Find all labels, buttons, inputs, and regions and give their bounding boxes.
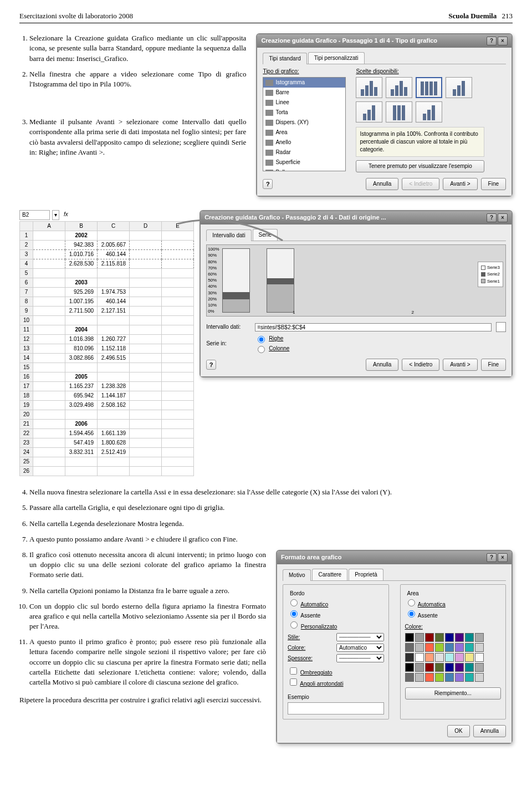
row-header[interactable]: 10 — [20, 316, 33, 325]
range-picker-icon[interactable] — [496, 322, 506, 332]
type-radar[interactable]: Radar — [263, 147, 345, 157]
tab-tipi-standard[interactable]: Tipi standard — [263, 53, 306, 64]
row-header[interactable]: 6 — [20, 278, 33, 288]
row-header[interactable]: 26 — [20, 467, 33, 476]
tab-proprieta[interactable]: Proprietà — [349, 569, 383, 580]
subtype-2[interactable] — [386, 77, 412, 98]
riempimento-button[interactable]: Riempimento... — [405, 687, 502, 700]
dropdown-icon[interactable]: ▾ — [52, 210, 59, 220]
cancel-button[interactable]: Annulla — [473, 725, 506, 737]
help-icon[interactable]: ? — [487, 37, 497, 45]
tab-intervallo-dati[interactable]: Intervallo dati — [206, 229, 251, 241]
subtype-1[interactable] — [356, 77, 382, 98]
type-bolle[interactable]: Bolle — [263, 167, 345, 171]
subtype-3-selected[interactable] — [416, 77, 442, 98]
row-header[interactable]: 19 — [20, 401, 33, 410]
close-icon[interactable]: × — [498, 213, 508, 222]
preview-button[interactable]: Tenere premuto per visualizzare l'esempi… — [356, 160, 484, 172]
tab-carattere[interactable]: Carattere — [312, 569, 347, 580]
help-button[interactable]: ? — [263, 179, 273, 189]
row-header[interactable]: 17 — [20, 382, 33, 391]
fx-icon[interactable]: fx — [62, 210, 70, 220]
spessore-select[interactable]: ──────── — [336, 654, 384, 662]
col-A[interactable]: A — [33, 222, 65, 231]
close-icon[interactable]: × — [498, 37, 508, 45]
row-header[interactable]: 15 — [20, 363, 33, 372]
col-D[interactable]: D — [130, 222, 162, 231]
row-header[interactable]: 3 — [20, 250, 33, 259]
row-header[interactable]: 2 — [20, 241, 33, 250]
scatter-icon — [265, 120, 273, 126]
radio-bordo-assente[interactable]: Assente — [288, 609, 384, 620]
row-header[interactable]: 20 — [20, 410, 33, 420]
tab-tipi-personalizzati[interactable]: Tipi personalizzati — [308, 52, 365, 64]
type-area[interactable]: Area — [263, 127, 345, 137]
type-istogramma[interactable]: Istogramma — [263, 78, 345, 88]
spreadsheet-grid[interactable]: A B C D E 120022942.3832.005.66731.010.7… — [19, 221, 194, 476]
next-button[interactable]: Avanti > — [443, 359, 477, 371]
subtype-6[interactable] — [386, 101, 412, 123]
color-palette[interactable] — [405, 633, 502, 682]
row-header[interactable]: 11 — [20, 325, 33, 335]
stile-select[interactable]: ──────── — [336, 633, 384, 641]
label-stile: Stile: — [288, 634, 332, 641]
radio-righe[interactable]: Righe — [255, 334, 299, 343]
help-icon[interactable]: ? — [487, 213, 497, 222]
row-header[interactable]: 7 — [20, 288, 33, 297]
cancel-button[interactable]: Annulla — [366, 178, 398, 190]
cancel-button[interactable]: Annulla — [366, 359, 398, 371]
row-header[interactable]: 25 — [20, 457, 33, 467]
chart-type-listbox[interactable]: Istogramma Barre Linee Torta Dispers. (X… — [263, 77, 346, 171]
col-B[interactable]: B — [65, 222, 98, 231]
type-barre[interactable]: Barre — [263, 88, 345, 98]
row-header[interactable]: 1 — [20, 231, 33, 241]
type-linee[interactable]: Linee — [263, 98, 345, 108]
finish-button[interactable]: Fine — [481, 359, 506, 371]
corner-cell[interactable] — [20, 222, 33, 231]
check-ombreggiato[interactable]: Ombreggiato — [288, 666, 384, 677]
type-anello[interactable]: Anello — [263, 137, 345, 147]
back-button[interactable]: < Indietro — [402, 359, 439, 371]
name-box[interactable]: B2 — [19, 210, 50, 220]
row-header[interactable]: 8 — [20, 297, 33, 307]
tab-motivo[interactable]: Motivo — [283, 569, 311, 581]
colore-select[interactable]: Automatico — [336, 644, 384, 652]
row-header[interactable]: 4 — [20, 259, 33, 269]
row-header[interactable]: 18 — [20, 391, 33, 401]
row-header[interactable]: 14 — [20, 354, 33, 363]
dialog1-title: Creazione guidata Grafico - Passaggio 1 … — [261, 37, 437, 45]
back-button: < Indietro — [402, 178, 439, 190]
type-torta[interactable]: Torta — [263, 108, 345, 118]
row-header[interactable]: 12 — [20, 335, 33, 344]
col-C[interactable]: C — [98, 222, 130, 231]
radio-bordo-auto[interactable]: Automatico — [288, 598, 384, 609]
row-header[interactable]: 9 — [20, 307, 33, 316]
type-dispers[interactable]: Dispers. (XY) — [263, 118, 345, 127]
help-button[interactable]: ? — [206, 360, 216, 370]
dialog3-titlebar[interactable]: Formato area grafico ? × — [277, 551, 511, 564]
check-angoli[interactable]: Angoli arrotondati — [288, 677, 384, 688]
ok-button[interactable]: OK — [447, 725, 469, 737]
row-header[interactable]: 23 — [20, 438, 33, 448]
radio-area-assente[interactable]: Assente — [405, 609, 502, 620]
radio-area-auto[interactable]: Automatica — [405, 598, 502, 609]
finish-button[interactable]: Fine — [481, 178, 506, 190]
row-header[interactable]: 13 — [20, 344, 33, 354]
row-header[interactable]: 21 — [20, 420, 33, 429]
subtype-5[interactable] — [356, 101, 382, 123]
row-header[interactable]: 24 — [20, 448, 33, 457]
dialog1-titlebar[interactable]: Creazione guidata Grafico - Passaggio 1 … — [257, 34, 511, 48]
row-header[interactable]: 5 — [20, 269, 33, 278]
row-header[interactable]: 16 — [20, 372, 33, 382]
row-header[interactable]: 22 — [20, 429, 33, 438]
help-icon[interactable]: ? — [487, 553, 497, 562]
next-button[interactable]: Avanti > — [443, 178, 477, 190]
interval-input[interactable] — [255, 323, 492, 331]
subtype-7[interactable] — [416, 101, 442, 123]
radio-colonne[interactable]: Colonne — [255, 344, 299, 353]
label-tipo-grafico: Tipo di grafico: — [263, 68, 346, 75]
subtype-4[interactable] — [446, 77, 472, 98]
close-icon[interactable]: × — [498, 553, 508, 562]
type-superficie[interactable]: Superficie — [263, 157, 345, 167]
radio-bordo-pers[interactable]: Personalizzato — [288, 620, 384, 631]
